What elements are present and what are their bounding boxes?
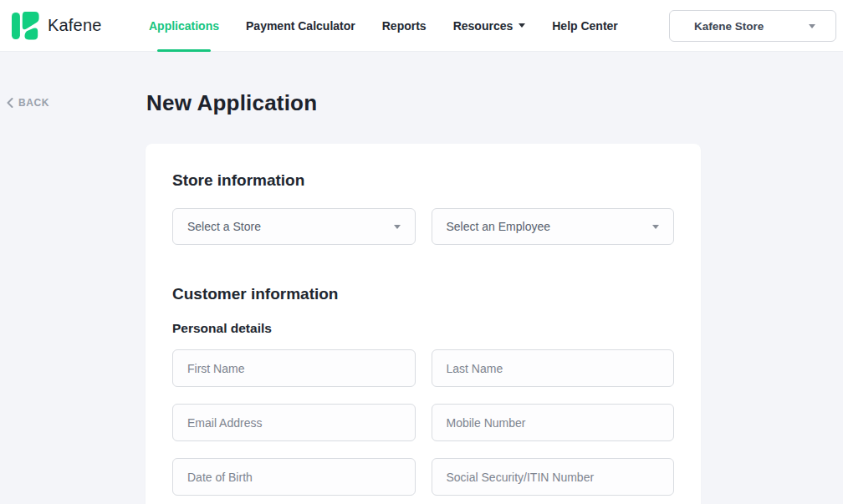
chevron-down-icon	[394, 225, 401, 229]
select-employee-value: Select an Employee	[447, 220, 551, 233]
kafene-logo-icon	[12, 10, 40, 42]
store-selects-row: Select a Store Select an Employee	[172, 208, 674, 245]
top-navbar: Kafene Applications Payment Calculator R…	[0, 0, 843, 52]
nav-payment-calculator-label: Payment Calculator	[246, 19, 355, 33]
brand-logo[interactable]: Kafene	[0, 10, 125, 42]
nav-reports-label: Reports	[382, 19, 427, 33]
ssn-itin-input[interactable]	[432, 458, 675, 496]
nav-applications-label: Applications	[149, 19, 219, 33]
nav-payment-calculator[interactable]: Payment Calculator	[232, 0, 369, 52]
nav-resources-label: Resources	[453, 19, 513, 33]
new-application-card: Store information Select a Store Select …	[146, 144, 701, 504]
store-selector-dropdown[interactable]: Kafene Store	[669, 10, 836, 42]
nav-reports[interactable]: Reports	[369, 0, 440, 52]
chevron-down-icon	[652, 225, 659, 229]
page-title: New Application	[146, 90, 317, 116]
chevron-down-icon	[519, 23, 525, 28]
store-selector-value: Kafene Store	[694, 20, 764, 33]
store-information-heading: Store information	[172, 171, 674, 190]
nav-help-center[interactable]: Help Center	[539, 0, 631, 52]
select-store-dropdown[interactable]: Select a Store	[172, 208, 416, 245]
customer-information-heading: Customer information	[172, 285, 674, 303]
personal-details-fields	[172, 349, 674, 496]
chevron-left-icon	[7, 98, 13, 108]
chevron-down-icon	[809, 24, 815, 28]
nav-resources[interactable]: Resources	[440, 0, 539, 52]
nav-help-center-label: Help Center	[552, 19, 618, 33]
back-button[interactable]: BACK	[7, 97, 49, 109]
main-nav: Applications Payment Calculator Reports …	[135, 0, 631, 52]
nav-applications[interactable]: Applications	[135, 0, 232, 52]
select-store-value: Select a Store	[187, 220, 261, 233]
personal-details-subheading: Personal details	[172, 321, 674, 336]
select-employee-dropdown[interactable]: Select an Employee	[432, 208, 675, 245]
date-of-birth-input[interactable]	[172, 458, 416, 496]
first-name-input[interactable]	[172, 349, 416, 387]
email-address-input[interactable]	[172, 404, 416, 441]
brand-name: Kafene	[48, 16, 102, 35]
back-label: BACK	[18, 97, 49, 109]
mobile-number-input[interactable]	[432, 404, 675, 441]
last-name-input[interactable]	[432, 349, 675, 387]
